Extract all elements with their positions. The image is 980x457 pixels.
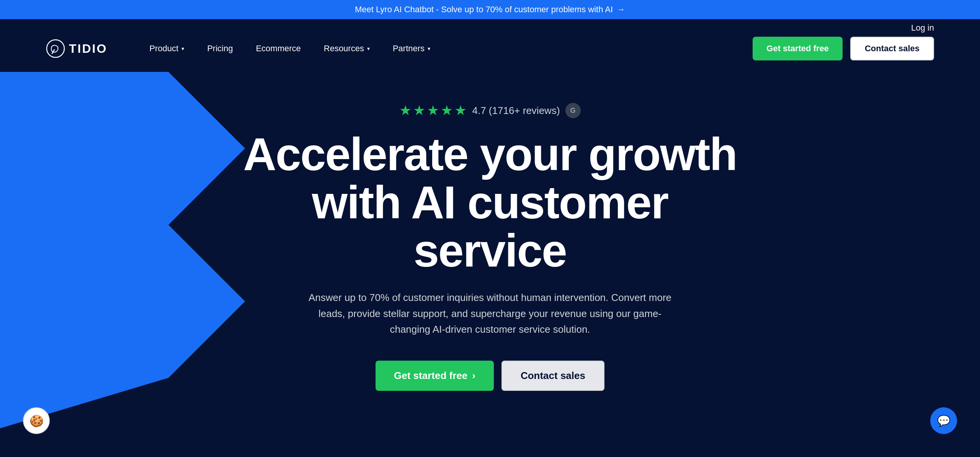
logo[interactable]: TIDIO (46, 39, 107, 58)
nav-actions: Get started free Contact sales (753, 37, 934, 60)
svg-marker-1 (0, 72, 245, 435)
capterra-icon: G (565, 103, 581, 118)
get-started-button[interactable]: Get started free (753, 37, 843, 60)
hero-subtitle: Answer up to 70% of customer inquiries w… (299, 290, 681, 338)
cookie-preferences-button[interactable]: 🍪 (23, 407, 50, 434)
chat-icon: 💬 (937, 415, 951, 427)
hero-section: ★ ★ ★ ★ ★ 4.7 (1716+ reviews) G Accelera… (0, 72, 980, 435)
hero-get-started-button[interactable]: Get started free › (376, 361, 494, 391)
star-3: ★ (427, 102, 439, 119)
chevron-down-icon: ▾ (181, 46, 184, 52)
announcement-text: Meet Lyro AI Chatbot - Solve up to 70% o… (355, 5, 613, 15)
announcement-bar[interactable]: Meet Lyro AI Chatbot - Solve up to 70% o… (0, 0, 980, 19)
header-top: Log in (0, 19, 980, 37)
hero-content: ★ ★ ★ ★ ★ 4.7 (1716+ reviews) G Accelera… (222, 102, 758, 391)
star-5: ★ (454, 102, 467, 119)
logo-text: TIDIO (69, 42, 107, 56)
svg-point-0 (47, 40, 64, 57)
chevron-down-icon: ▾ (428, 46, 430, 52)
logo-icon (46, 39, 65, 58)
chevron-down-icon: ▾ (367, 46, 370, 52)
hero-title: Accelerate your growth with AI customer … (237, 130, 743, 275)
star-4: ★ (441, 102, 453, 119)
nav-links: Product ▾ Pricing Ecommerce Resources ▾ … (138, 40, 753, 57)
rating-score: 4.7 (1716+ reviews) (472, 105, 560, 117)
announcement-arrow: → (617, 5, 625, 15)
login-link[interactable]: Log in (911, 23, 934, 33)
hero-buttons: Get started free › Contact sales (237, 361, 743, 391)
nav-item-ecommerce[interactable]: Ecommerce (244, 40, 312, 57)
nav-item-partners[interactable]: Partners ▾ (381, 40, 442, 57)
navbar: TIDIO Product ▾ Pricing Ecommerce Resour… (0, 37, 980, 72)
nav-item-resources[interactable]: Resources ▾ (312, 40, 381, 57)
hero-contact-sales-button[interactable]: Contact sales (501, 361, 604, 391)
star-1: ★ (399, 102, 412, 119)
chat-widget-button[interactable]: 💬 (930, 407, 957, 434)
rating-row: ★ ★ ★ ★ ★ 4.7 (1716+ reviews) G (237, 102, 743, 119)
cookie-icon: 🍪 (29, 414, 44, 428)
contact-sales-button[interactable]: Contact sales (850, 37, 934, 60)
nav-item-product[interactable]: Product ▾ (138, 40, 196, 57)
background-arrow-decoration (0, 72, 245, 435)
star-rating: ★ ★ ★ ★ ★ (399, 102, 467, 119)
star-2: ★ (413, 102, 425, 119)
nav-item-pricing[interactable]: Pricing (196, 40, 244, 57)
